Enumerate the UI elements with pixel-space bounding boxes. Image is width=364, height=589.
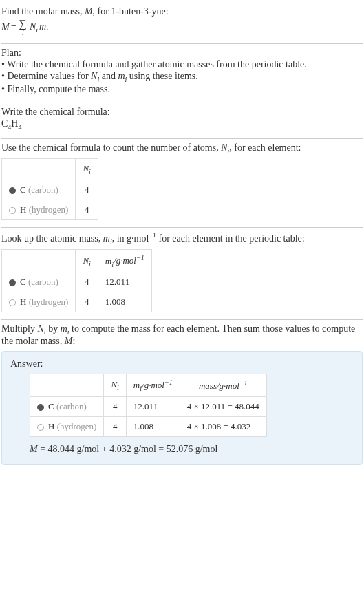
var-M: M — [85, 6, 93, 17]
unit: /g·mol — [114, 256, 136, 266]
text: Multiply — [1, 323, 38, 334]
compute-section: Multiply Ni by mi to compute the mass fo… — [1, 320, 363, 472]
problem-line-1: Find the molar mass, M, for 1-buten-3-yn… — [1, 6, 363, 17]
exp: −1 — [136, 254, 144, 261]
cell-Ni: 4 — [76, 292, 98, 312]
plan-section: Plan: • Write the chemical formula and g… — [1, 44, 363, 103]
text: Use the chemical formula to count the nu… — [1, 142, 221, 153]
element-name: (carbon) — [28, 184, 58, 195]
table-row: C (carbon) 4 12.011 — [2, 272, 152, 292]
element-name: (hydrogen) — [29, 297, 69, 307]
sigma-icon: ∑ i — [19, 19, 27, 36]
table-row: C (carbon) 4 12.011 4 × 12.011 = 48.044 — [30, 397, 267, 417]
chemical-formula-section: Write the chemical formula: C4H4 — [1, 103, 363, 139]
text: , for each element: — [229, 142, 301, 153]
var-M: M — [65, 336, 73, 346]
multiply-heading: Multiply Ni by mi to compute the mass fo… — [1, 323, 363, 347]
cell-element: C (carbon) — [2, 272, 76, 292]
text: N — [111, 379, 117, 389]
text: by — [46, 323, 61, 334]
sigma-index: i — [22, 30, 24, 36]
cell-Ni: 4 — [76, 180, 98, 200]
var-Ni: Ni — [91, 71, 99, 81]
subscript: i — [46, 26, 48, 34]
table-row: C (carbon) 4 — [2, 180, 98, 200]
text: m — [118, 71, 125, 81]
chemical-formula: C4H4 — [1, 118, 363, 131]
symbol: C — [20, 184, 26, 195]
cell-mi: 1.008 — [98, 292, 151, 312]
exp: −1 — [239, 379, 248, 387]
text: N — [30, 21, 36, 32]
col-element — [2, 159, 76, 180]
text: , in g·mol — [112, 233, 149, 244]
text: and — [99, 71, 118, 81]
var-Ni: Ni — [30, 21, 38, 34]
table-header-row: Ni mi/g·mol−1 mass/g·mol−1 — [30, 374, 267, 397]
text: N — [83, 163, 89, 173]
hydrogen-swatch-icon — [37, 424, 44, 431]
carbon-swatch-icon — [9, 279, 16, 286]
var-mi: mi — [103, 233, 112, 244]
cell-element: H (hydrogen) — [2, 292, 76, 312]
cell-mass: 4 × 1.008 = 4.032 — [180, 417, 266, 437]
problem-statement: Find the molar mass, M, for 1-buten-3-yn… — [1, 3, 363, 44]
unit: /g·mol — [142, 380, 164, 390]
var-mi: mi — [118, 71, 127, 81]
cell-mi: 1.008 — [126, 417, 180, 437]
answer-heading: Answer: — [10, 358, 354, 370]
exp: −1 — [149, 231, 156, 239]
hydrogen-swatch-icon — [9, 207, 16, 214]
chem-heading: Write the chemical formula: — [1, 107, 363, 118]
var-Ni: Ni — [38, 323, 46, 334]
plan-bullet-2: • Determine values for Ni and mi using t… — [1, 71, 363, 83]
text: m — [61, 323, 67, 334]
col-mass: mass/g·mol−1 — [180, 374, 266, 397]
text: , for 1-buten-3-yne: — [93, 6, 169, 17]
plan-bullet-3: • Finally, compute the mass. — [1, 84, 363, 95]
count-atoms-section: Use the chemical formula to count the nu… — [1, 139, 363, 228]
cell-mi: 12.011 — [98, 272, 151, 292]
text: N — [83, 255, 89, 266]
text: : — [72, 336, 75, 346]
elem-H: H — [11, 118, 18, 129]
cell-mass: 4 × 12.011 = 48.044 — [180, 397, 266, 417]
hydrogen-swatch-icon — [9, 299, 16, 306]
subscript: i — [36, 26, 38, 34]
subscript: i — [89, 259, 91, 267]
cell-Ni: 4 — [76, 200, 98, 219]
var-mi: mi — [61, 323, 69, 334]
col-element — [2, 250, 76, 272]
molar-mass-formula: M = ∑ i Nimi — [1, 19, 363, 36]
table-row: H (hydrogen) 4 1.008 4 × 1.008 = 4.032 — [30, 417, 267, 437]
text: • Determine values for — [1, 71, 91, 81]
text: mass/g·mol — [199, 381, 239, 391]
table-row: H (hydrogen) 4 1.008 — [2, 292, 152, 312]
cell-element: H (hydrogen) — [2, 200, 76, 219]
text: for each element in the periodic table: — [156, 233, 305, 244]
var-mi: mi — [39, 21, 48, 34]
count-heading: Use the chemical formula to count the nu… — [1, 142, 363, 155]
elem-C: C — [1, 118, 8, 129]
element-name: (carbon) — [28, 277, 58, 287]
exp: −1 — [164, 378, 173, 386]
symbol: H — [48, 421, 54, 431]
answer-box: Answer: Ni mi/g·mol−1 mass/g·mol−1 C (ca… — [1, 351, 363, 465]
equals: = — [11, 22, 17, 33]
element-name: (hydrogen) — [29, 204, 69, 215]
cell-Ni: 4 — [104, 417, 126, 437]
table-header-row: Ni mi/g·mol−1 — [2, 250, 152, 272]
var-Ni: Ni — [221, 142, 229, 153]
col-mi: mi/g·mol−1 — [98, 250, 151, 272]
text: m — [133, 380, 140, 390]
element-name: (hydrogen) — [57, 421, 97, 431]
mass-heading: Look up the atomic mass, mi, in g·mol−1 … — [1, 231, 363, 245]
mass-table: Ni mi/g·mol−1 C (carbon) 4 12.011 H (hyd… — [1, 249, 152, 312]
cell-element: C (carbon) — [30, 397, 104, 417]
table-header-row: Ni — [2, 159, 98, 180]
cell-mi: 12.011 — [126, 397, 180, 417]
text: m — [39, 21, 46, 32]
count-H: 4 — [18, 123, 21, 131]
plan-bullet-1: • Write the chemical formula and gather … — [1, 59, 363, 70]
cell-Ni: 4 — [104, 397, 126, 417]
